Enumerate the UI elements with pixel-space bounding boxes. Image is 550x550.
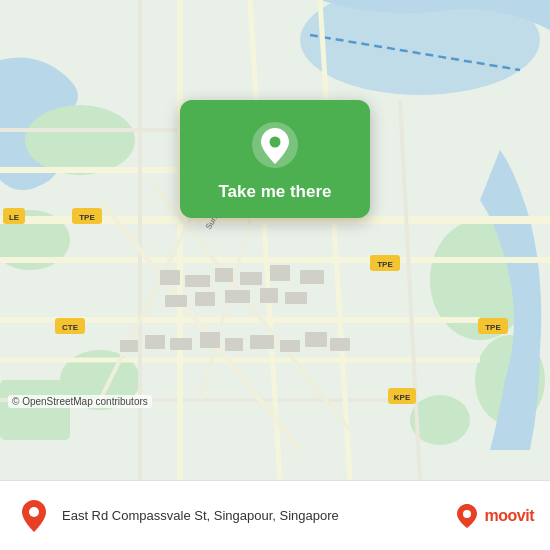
svg-rect-51 xyxy=(145,335,165,349)
location-pin-icon xyxy=(250,120,300,170)
svg-rect-9 xyxy=(0,380,70,440)
svg-rect-49 xyxy=(285,292,307,304)
svg-point-3 xyxy=(25,105,135,175)
address-location-pin-icon xyxy=(16,498,52,534)
svg-rect-58 xyxy=(330,338,350,351)
svg-text:CTE: CTE xyxy=(62,323,79,332)
bottom-bar: East Rd Compassvale St, Singapour, Singa… xyxy=(0,480,550,550)
svg-rect-39 xyxy=(160,270,180,285)
address-text: East Rd Compassvale St, Singapour, Singa… xyxy=(62,508,453,523)
take-me-there-card[interactable]: Take me there xyxy=(180,100,370,218)
moovit-pin-icon xyxy=(453,502,481,530)
location-icon-wrapper xyxy=(248,118,302,172)
copyright-text: © OpenStreetMap contributors xyxy=(8,395,152,408)
svg-text:TPE: TPE xyxy=(485,323,501,332)
svg-rect-56 xyxy=(280,340,300,352)
svg-rect-55 xyxy=(250,335,274,349)
svg-text:TPE: TPE xyxy=(79,213,95,222)
svg-rect-42 xyxy=(240,272,262,285)
svg-text:LE: LE xyxy=(9,213,20,222)
moovit-logo: moovit xyxy=(453,502,534,530)
svg-text:TPE: TPE xyxy=(377,260,393,269)
svg-rect-40 xyxy=(185,275,210,287)
svg-rect-47 xyxy=(225,290,250,303)
svg-rect-44 xyxy=(300,270,324,284)
svg-rect-53 xyxy=(200,332,220,348)
svg-rect-41 xyxy=(215,268,233,282)
svg-rect-50 xyxy=(120,340,138,352)
svg-rect-52 xyxy=(170,338,192,350)
svg-point-62 xyxy=(29,507,39,517)
svg-rect-48 xyxy=(260,288,278,303)
map-svg: TPE TPE TPE CTE KPE LE Sungei Punggol xyxy=(0,0,550,480)
take-me-there-label: Take me there xyxy=(218,182,331,202)
svg-rect-43 xyxy=(270,265,290,281)
map-container: TPE TPE TPE CTE KPE LE Sungei Punggol xyxy=(0,0,550,480)
svg-point-61 xyxy=(270,137,281,148)
moovit-brand-text: moovit xyxy=(485,507,534,525)
svg-rect-46 xyxy=(195,292,215,306)
svg-text:KPE: KPE xyxy=(394,393,411,402)
svg-rect-54 xyxy=(225,338,243,351)
svg-point-63 xyxy=(463,510,471,518)
svg-rect-57 xyxy=(305,332,327,347)
svg-rect-45 xyxy=(165,295,187,307)
